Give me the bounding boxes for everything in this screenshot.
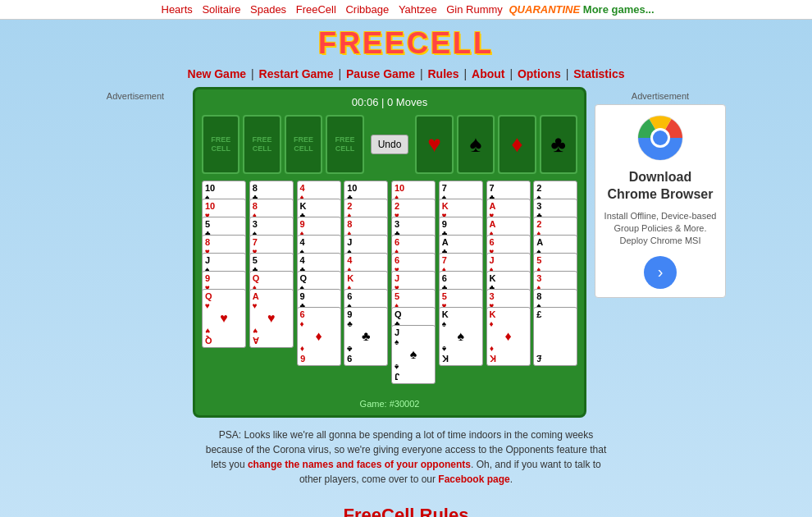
nav-solitaire[interactable]: Solitaire	[202, 3, 240, 16]
ad-title: Download Chrome Browser	[604, 169, 717, 204]
nav-freecell[interactable]: FreeCell	[296, 3, 336, 16]
card-column-6: 7 ♠ ♠ 7 ♠ K ♥ ♥ K ♥ 9 ♣ ♣	[439, 181, 483, 394]
rules-title: FreeCell Rules	[0, 505, 812, 517]
psa-text3: .	[510, 474, 513, 485]
card-column-4: 10 ♣ ♣ 10 ♣ 2 ♦ ♦ 2 ♦ 8 ♦ ♦	[344, 181, 388, 394]
free-cell-1[interactable]: FREECELL	[202, 115, 239, 174]
nav-spades[interactable]: Spades	[250, 3, 286, 16]
playing-card[interactable]: £ £	[533, 307, 577, 366]
playing-card[interactable]: 9 ♣ ♣ 9 ♣	[344, 307, 388, 366]
ad-body: Install Offline, Device-based Group Poli…	[604, 210, 717, 248]
options-link[interactable]: Options	[518, 67, 561, 80]
right-advertisement: Advertisement	[595, 87, 726, 298]
top-navigation: Hearts Solitaire Spades FreeCell Cribbag…	[0, 0, 812, 20]
foundation-hearts[interactable]: ♥	[415, 115, 453, 174]
quarantine-link[interactable]: QUARANTINE	[509, 3, 581, 16]
free-cell-2[interactable]: FREECELL	[243, 115, 281, 174]
undo-button[interactable]: Undo	[371, 135, 409, 154]
card-column-8: 2 ♠ ♠ 2 ♠ 3 ♣ ♣ 3 ♣ 2 ♦ ♦	[533, 181, 577, 394]
playing-card[interactable]: A ♥ ♥ A ♥	[249, 289, 294, 348]
playing-card[interactable]: K ♠ ♠ K ♠	[439, 307, 483, 366]
nav-yahtzee[interactable]: Yahtzee	[399, 3, 437, 16]
game-title: FREECELL	[0, 20, 812, 64]
pause-game-link[interactable]: Pause Game	[346, 67, 415, 80]
free-cell-3[interactable]: FREECELL	[285, 115, 322, 174]
playing-card[interactable]: J ♠ ♠ J ♠	[391, 325, 436, 384]
svg-point-2	[653, 130, 668, 145]
playing-card[interactable]: K ♦ ♦ K ♦	[486, 307, 531, 366]
nav-hearts[interactable]: Hearts	[162, 3, 193, 16]
rules-link[interactable]: Rules	[428, 67, 459, 80]
card-column-7: 7 ♣ ♣ 7 ♣ A ♥ ♥ A ♥ A ♦ ♦	[486, 181, 531, 394]
free-cell-4[interactable]: FREECELL	[326, 115, 363, 174]
playing-card[interactable]: Q ♥ ♥ Q ♥	[202, 289, 246, 348]
psa-opponents-link[interactable]: change the names and faces of your oppon…	[248, 459, 471, 470]
main-layout: Advertisement 00:06 | 0 Moves FREECELL F…	[0, 87, 812, 418]
foundation-diamonds[interactable]: ♦	[498, 115, 536, 174]
about-link[interactable]: About	[472, 67, 504, 80]
right-ad-label: Advertisement	[595, 91, 726, 101]
left-advertisement: Advertisement	[86, 87, 185, 251]
new-game-link[interactable]: New Game	[188, 67, 247, 80]
game-status: 00:06 | 0 Moves	[202, 96, 577, 108]
game-info: Game: #30002	[202, 399, 577, 409]
ad-box: Download Chrome Browser Install Offline,…	[595, 104, 726, 298]
game-timer: 00:06	[352, 96, 379, 108]
nav-gin-rummy[interactable]: Gin Rummy	[446, 3, 503, 16]
top-row: FREECELL FREECELL FREECELL FREECELL Undo…	[202, 115, 577, 174]
card-column-5: 10 ♦ ♦ 10 ♦ 2 ♥ ♥ 2 ♥ 3 ♣ ♣	[391, 181, 436, 394]
sub-navigation: New Game | Restart Game | Pause Game | R…	[0, 64, 812, 87]
card-column-1: 10 ♠ ♠ 10 ♠ 10 ♥ ♥ 10 ♥ 5 ♣ ♣	[202, 181, 246, 394]
psa-facebook-link[interactable]: Facebook page	[438, 474, 509, 485]
nav-cribbage[interactable]: Cribbage	[345, 3, 389, 16]
move-counter: 0 Moves	[387, 96, 427, 108]
columns-row: 10 ♠ ♠ 10 ♠ 10 ♥ ♥ 10 ♥ 5 ♣ ♣	[202, 181, 577, 394]
foundation-clubs[interactable]: ♣	[540, 115, 577, 174]
statistics-link[interactable]: Statistics	[573, 67, 624, 80]
playing-card[interactable]: 6 ♦ ♦ 6 ♦	[297, 307, 341, 366]
foundation-spades[interactable]: ♠	[457, 115, 495, 174]
more-games-link[interactable]: More games...	[583, 3, 655, 16]
card-column-2: 8 ♣ ♣ 8 ♣ 8 ♦ ♦ 8 ♦ 3 ♠ ♠	[249, 181, 294, 394]
psa-section: PSA: Looks like we're all gonna be spend…	[201, 428, 611, 487]
restart-game-link[interactable]: Restart Game	[259, 67, 334, 80]
rules-section: FreeCell Rules The different piles	[0, 496, 812, 517]
card-column-3: 4 ♦ ♦ 4 ♦ K ♣ ♣ K ♣ 9 ♦ ♦	[297, 181, 341, 394]
ad-cta-button[interactable]: ›	[644, 256, 677, 289]
game-board: 00:06 | 0 Moves FREECELL FREECELL FREECE…	[193, 87, 586, 418]
chrome-logo-icon	[636, 113, 685, 162]
